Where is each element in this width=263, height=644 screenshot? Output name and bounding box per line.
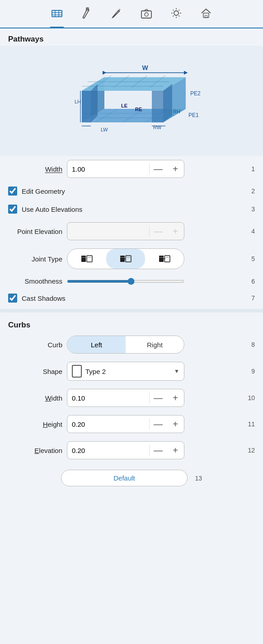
cast-shadows-checkbox[interactable] xyxy=(8,294,17,303)
elevation-increase-btn[interactable]: + xyxy=(167,441,184,459)
svg-text:W: W xyxy=(142,64,148,71)
height-increase-btn[interactable]: + xyxy=(167,415,184,433)
row11-num: 11 xyxy=(245,420,255,428)
edit-geometry-label: Edit Geometry xyxy=(22,187,65,195)
default-btn-wrap: Default 13 xyxy=(0,463,263,495)
sun-nav-icon[interactable] xyxy=(169,6,183,28)
edit-geometry-checkbox[interactable] xyxy=(8,187,17,196)
svg-text:LE: LE xyxy=(121,103,127,108)
svg-line-14 xyxy=(179,16,180,17)
edit-nav-icon[interactable] xyxy=(110,6,123,28)
height-input[interactable] xyxy=(67,420,149,428)
home-nav-icon[interactable] xyxy=(199,6,213,28)
elevation-label-rest: levation xyxy=(39,447,62,454)
row3-num: 3 xyxy=(245,205,255,213)
svg-line-15 xyxy=(179,10,180,11)
camera-nav-icon[interactable] xyxy=(140,6,153,28)
svg-text:LW: LW xyxy=(101,127,108,132)
elevation-input[interactable] xyxy=(67,447,149,454)
smoothness-row: Smoothness 6 xyxy=(8,273,255,289)
curb-width-row: Width — + 10 xyxy=(8,385,255,411)
row2-num: 2 xyxy=(245,187,255,195)
paint-nav-icon[interactable] xyxy=(80,6,94,28)
width-row: Width — + 1 xyxy=(8,156,255,182)
shape-value: Type 2 xyxy=(85,368,170,375)
svg-rect-51 xyxy=(81,256,86,262)
top-nav xyxy=(0,0,263,28)
svg-text:RH: RH xyxy=(173,109,180,114)
svg-text:RW: RW xyxy=(153,125,162,130)
curb-row: Curb Left Right 8 xyxy=(8,331,255,358)
use-auto-elevations-checkbox[interactable] xyxy=(8,205,17,214)
curb-left-btn[interactable]: Left xyxy=(67,336,126,353)
row12-num: 12 xyxy=(245,447,255,454)
svg-marker-36 xyxy=(152,91,163,122)
curb-width-input-wrap[interactable]: — + xyxy=(67,389,184,407)
row10-num: 10 xyxy=(245,394,255,401)
height-row: Height — + 11 xyxy=(8,411,255,437)
point-elevation-decrease-btn: — xyxy=(150,222,167,240)
width-input-wrap[interactable]: — + xyxy=(67,160,184,178)
width-input[interactable] xyxy=(67,165,149,173)
curb-toggle-wrap[interactable]: Left Right xyxy=(67,336,184,354)
svg-line-13 xyxy=(173,10,174,11)
curb-width-label-rest: idth xyxy=(52,394,62,402)
pathways-nav-icon[interactable] xyxy=(50,7,64,28)
row13-num: 13 xyxy=(192,475,202,482)
width-decrease-btn[interactable]: — xyxy=(150,160,167,178)
curb-width-input[interactable] xyxy=(67,394,149,402)
svg-text:PE1: PE1 xyxy=(188,112,199,118)
pathway-diagram: W LH LW LE RE RH RW PE2 PE1 xyxy=(55,50,208,149)
row8-num: 8 xyxy=(245,341,255,348)
height-label: Height xyxy=(8,420,62,428)
curb-width-increase-btn[interactable]: + xyxy=(167,389,184,407)
width-increase-btn[interactable]: + xyxy=(167,160,184,178)
curb-width-decrease-btn[interactable]: — xyxy=(150,389,167,407)
pathways-title: Pathways xyxy=(0,28,263,46)
svg-rect-52 xyxy=(87,256,92,262)
svg-rect-56 xyxy=(126,256,131,262)
shape-icon xyxy=(72,365,82,378)
joint-type-row: Joint Type xyxy=(8,244,255,273)
svg-rect-55 xyxy=(120,256,125,262)
svg-text:RE: RE xyxy=(135,107,142,112)
height-input-wrap[interactable]: — + xyxy=(67,415,184,433)
svg-text:PE2: PE2 xyxy=(190,90,201,97)
pathways-form: Width — + 1 xyxy=(0,156,263,182)
joint-type-label: Joint Type xyxy=(8,255,62,263)
smoothness-label: Smoothness xyxy=(8,277,62,285)
svg-marker-34 xyxy=(82,91,91,122)
elevation-row: Elevation — + 12 xyxy=(8,437,255,463)
height-decrease-btn[interactable]: — xyxy=(150,415,167,433)
shape-dropdown[interactable]: Type 2 ▼ xyxy=(67,362,184,381)
svg-point-8 xyxy=(174,11,178,15)
elevation-label: Elevation xyxy=(8,447,62,454)
curb-width-label-u: W xyxy=(45,394,52,402)
cast-shadows-row: Cast Shadows 7 xyxy=(0,289,263,307)
joint-type-btn-3[interactable] xyxy=(145,249,184,269)
curb-width-label: Width xyxy=(8,394,62,402)
elevation-input-wrap[interactable]: — + xyxy=(67,441,184,459)
shape-row: Shape Type 2 ▼ 9 xyxy=(8,358,255,385)
row6-num: 6 xyxy=(245,278,255,285)
smoothness-slider-wrap xyxy=(67,280,184,283)
point-elevation-increase-btn: + xyxy=(167,222,184,240)
elevation-label-u: E xyxy=(34,447,39,454)
smoothness-slider[interactable] xyxy=(67,280,184,283)
height-label-rest: eight xyxy=(47,420,62,428)
row7-num: 7 xyxy=(245,294,255,302)
joint-type-btn-1[interactable] xyxy=(67,249,106,269)
elevation-decrease-btn[interactable]: — xyxy=(150,441,167,459)
svg-rect-6 xyxy=(141,11,151,18)
curbs-form: Curb Left Right 8 Shape Type 2 ▼ 9 Width… xyxy=(0,331,263,463)
curb-right-btn[interactable]: Right xyxy=(126,336,184,353)
width-label: Width xyxy=(8,165,62,173)
edit-geometry-row: Edit Geometry 2 xyxy=(0,182,263,200)
pathways-form2: Point Elevation — + 4 Joint Type xyxy=(0,218,263,289)
diagram-container: W LH LW LE RE RH RW PE2 PE1 xyxy=(0,46,263,156)
joint-type-btn-2[interactable] xyxy=(106,249,145,269)
row9-num: 9 xyxy=(245,368,255,375)
height-label-u: H xyxy=(43,420,48,428)
default-btn[interactable]: Default xyxy=(61,470,188,486)
svg-text:LH: LH xyxy=(75,99,81,104)
